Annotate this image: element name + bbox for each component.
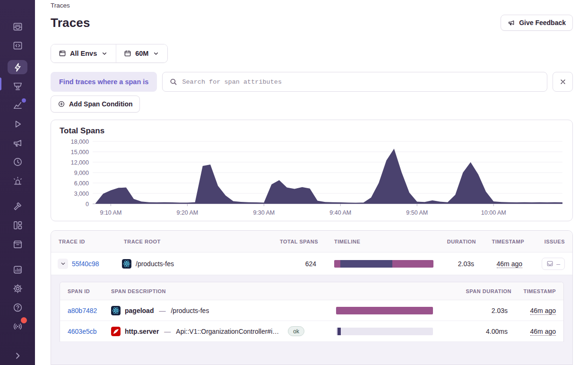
col-issues: ISSUES xyxy=(526,239,572,244)
col-timestamp: TIMESTAMP xyxy=(478,239,526,244)
col-span-id: SPAN ID xyxy=(60,288,111,294)
trace-issues-button[interactable]: – xyxy=(542,258,565,270)
trace-timestamp[interactable]: 46m ago xyxy=(497,260,522,268)
trace-root-label[interactable]: /products-fes xyxy=(136,260,174,268)
sidebar-item-replays[interactable] xyxy=(8,117,27,131)
trace-table: TRACE ID TRACE ROOT TOTAL SPANS TIMELINE… xyxy=(51,230,573,365)
search-scope-chip: Find traces where a span is xyxy=(51,72,157,92)
col-trace-root: TRACE ROOT xyxy=(122,239,266,244)
issues-icon xyxy=(546,260,553,267)
span-id-link[interactable]: 4603e5cb xyxy=(68,328,97,335)
trace-expander-button[interactable] xyxy=(58,259,68,269)
environment-filter-label: All Envs xyxy=(70,50,97,57)
line-chart-icon xyxy=(12,100,23,111)
chevron-down-icon xyxy=(60,261,66,267)
clock-history-icon xyxy=(12,156,23,167)
sidebar-item-explore[interactable] xyxy=(8,60,27,74)
add-span-condition-button[interactable]: Add Span Condition xyxy=(51,96,140,113)
span-duration-bar[interactable] xyxy=(336,307,433,314)
span-table: SPAN ID SPAN DESCRIPTION SPAN DURATION T… xyxy=(60,282,564,342)
active-nav-indicator xyxy=(0,78,1,90)
trace-id-link[interactable]: 55f40c98 xyxy=(72,260,99,268)
svg-text:10:00 AM: 10:00 AM xyxy=(481,209,506,216)
total-spans-chart-card: Total Spans 03,0006,0009,00012,00015,000… xyxy=(51,120,573,221)
span-search-input[interactable] xyxy=(182,78,540,86)
col-total-spans: TOTAL SPANS xyxy=(266,239,320,244)
sidebar-item-insights[interactable] xyxy=(8,98,27,112)
sidebar-item-projects[interactable] xyxy=(8,38,27,52)
play-icon xyxy=(12,119,23,130)
span-id-link[interactable]: a80b7482 xyxy=(68,307,97,314)
stats-icon xyxy=(12,264,23,275)
hammer-icon xyxy=(12,201,23,212)
col-span-description: SPAN DESCRIPTION xyxy=(111,288,333,294)
span-row: a80b7482 pageload xyxy=(60,300,563,321)
total-spans-chart[interactable]: 03,0006,0009,00012,00015,00018,0009:10 A… xyxy=(60,137,565,218)
page-title: Traces xyxy=(51,16,90,30)
sidebar-item-broadcast[interactable] xyxy=(8,319,27,333)
sidebar-item-archive[interactable] xyxy=(8,237,27,251)
col-duration: DURATION xyxy=(436,239,478,244)
col-timeline: TIMELINE xyxy=(320,239,436,244)
sidebar-item-feedback[interactable] xyxy=(8,136,27,150)
span-timestamp[interactable]: 46m ago xyxy=(530,307,556,315)
trace-table-header: TRACE ID TRACE ROOT TOTAL SPANS TIMELINE… xyxy=(51,231,572,252)
span-duration-bar[interactable] xyxy=(336,328,433,335)
search-icon xyxy=(169,78,178,86)
clear-search-button[interactable] xyxy=(553,72,573,92)
environment-filter[interactable]: All Envs xyxy=(51,44,116,62)
give-feedback-button[interactable]: Give Feedback xyxy=(501,15,573,31)
span-separator: — xyxy=(163,328,172,335)
ruby-icon xyxy=(111,327,121,336)
trace-duration: 2.03s xyxy=(436,260,478,268)
sidebar-item-help[interactable] xyxy=(8,300,27,314)
span-timestamp[interactable]: 46m ago xyxy=(530,328,556,336)
search-scope-label: Find traces where a span is xyxy=(59,78,148,86)
circle-plus-icon xyxy=(58,100,65,108)
span-duration: 4.00ms xyxy=(435,328,511,335)
broadcast-notification-dot xyxy=(21,317,27,323)
chevron-down-icon xyxy=(152,50,160,57)
lightning-icon xyxy=(12,62,23,73)
archive-box-icon xyxy=(12,239,23,250)
sidebar-item-settings[interactable] xyxy=(8,281,27,295)
sidebar-item-stats[interactable] xyxy=(8,262,27,277)
calendar-icon xyxy=(124,50,131,57)
insights-notification-dot xyxy=(22,98,26,103)
sidebar-collapse-button[interactable] xyxy=(8,348,27,363)
trace-issues-value: – xyxy=(556,260,560,268)
span-description[interactable]: Api::V1::OrganizationController#i… xyxy=(176,328,279,335)
add-span-condition-label: Add Span Condition xyxy=(69,100,133,108)
time-range-filter[interactable]: 60M xyxy=(116,44,167,62)
gear-icon xyxy=(12,283,23,294)
span-separator: — xyxy=(158,307,166,314)
span-status-badge: ok xyxy=(288,326,304,336)
trace-row: 55f40c98 /products-fes 624 xyxy=(51,252,572,275)
col-span-timestamp: TIMESTAMP xyxy=(511,288,563,294)
sidebar-item-history[interactable] xyxy=(8,155,27,169)
svg-text:3,000: 3,000 xyxy=(74,191,89,197)
span-description[interactable]: /products-fes xyxy=(171,307,209,314)
trace-total-spans: 624 xyxy=(266,260,320,268)
svg-text:12,000: 12,000 xyxy=(71,159,89,166)
trace-timeline-bar[interactable] xyxy=(334,260,433,268)
projector-icon xyxy=(12,81,23,92)
main-content: Traces Traces Give Feedback All Envs xyxy=(35,0,588,365)
sidebar xyxy=(0,0,35,365)
svg-text:9:40 AM: 9:40 AM xyxy=(329,209,351,216)
span-table-header: SPAN ID SPAN DESCRIPTION SPAN DURATION T… xyxy=(60,282,563,300)
span-table-section: SPAN ID SPAN DESCRIPTION SPAN DURATION T… xyxy=(51,275,572,365)
breadcrumb[interactable]: Traces xyxy=(51,2,573,9)
col-trace-id: TRACE ID xyxy=(51,239,122,244)
sidebar-item-dashboards[interactable] xyxy=(8,218,27,232)
sidebar-item-performance[interactable] xyxy=(8,79,27,93)
sidebar-item-alerts[interactable] xyxy=(8,174,27,188)
window-icon xyxy=(59,50,66,57)
page-filter-group: All Envs 60M xyxy=(51,44,168,63)
span-duration-bar-fill xyxy=(337,328,341,335)
time-range-filter-label: 60M xyxy=(135,50,148,57)
sidebar-item-hammer[interactable] xyxy=(8,199,27,213)
megaphone-icon xyxy=(12,138,23,148)
span-search-box xyxy=(162,72,547,92)
sidebar-item-issues[interactable] xyxy=(8,19,27,34)
